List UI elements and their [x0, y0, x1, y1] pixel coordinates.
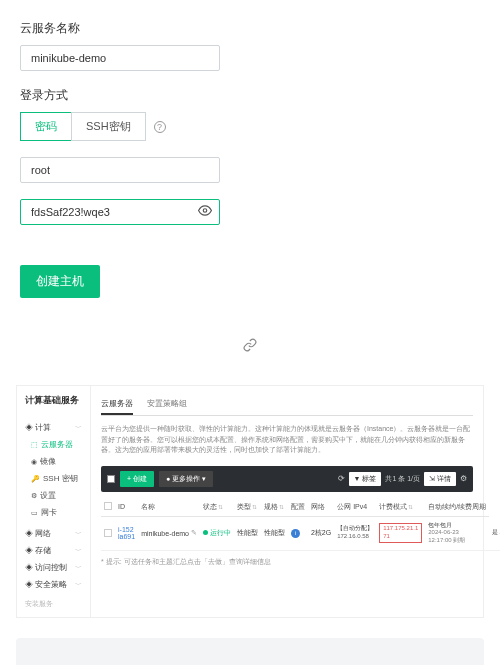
edit-icon[interactable]: ✎	[191, 529, 197, 537]
status-dot-icon	[203, 530, 208, 535]
eye-icon[interactable]	[198, 204, 212, 221]
sidebar-group-access[interactable]: ◈ 访问控制﹀	[17, 559, 90, 576]
sort-icon: ⇅	[279, 504, 284, 510]
sidebar-item-nic[interactable]: ▭网卡	[17, 504, 90, 521]
chevron-down-icon: ﹀	[75, 423, 82, 433]
key-icon: 🔑	[31, 475, 40, 483]
type-text: 性能型	[237, 529, 258, 536]
sidebar-item-settings[interactable]: ⚙设置	[17, 487, 90, 504]
public-ip-box[interactable]: 117.175.21.1 71	[379, 523, 422, 543]
table-header-row: ID 名称 状态⇅ 类型⇅ 规格⇅ 配置 网络 公网 IPv4 计费模式⇅ 自动…	[101, 498, 500, 517]
sidebar-group-compute[interactable]: ◈ 计算﹀	[17, 419, 90, 436]
help-icon[interactable]: ?	[154, 121, 166, 133]
password-input[interactable]	[20, 199, 220, 225]
sort-icon: ⇅	[218, 504, 223, 510]
gear-icon: ⚙	[31, 492, 37, 500]
network-name[interactable]: 【自动分配】	[337, 525, 373, 531]
sort-icon: ⇅	[408, 504, 413, 510]
service-name-input[interactable]	[20, 45, 220, 71]
sidebar-group-security[interactable]: ◈ 安全策略﹀	[17, 576, 90, 593]
settings-icon[interactable]: ⚙	[460, 474, 467, 483]
refresh-icon[interactable]: ⟳	[338, 474, 345, 483]
tab-placement-group[interactable]: 安置策略组	[147, 394, 187, 415]
header-checkbox[interactable]	[104, 502, 112, 510]
sidebar-group-network[interactable]: ◈ 网络﹀	[17, 525, 90, 542]
tab-password[interactable]: 密码	[20, 112, 72, 141]
info-icon[interactable]: i	[291, 529, 300, 538]
username-input[interactable]	[20, 157, 220, 183]
create-host-button[interactable]: 创建主机	[20, 265, 100, 298]
description-text: 云平台为您提供一种随时获取、弹性的计算能力。这种计算能力的体现就是云服务器（In…	[101, 424, 473, 456]
instance-id-link[interactable]: i-152 la691	[118, 526, 135, 540]
col-public-ip[interactable]: 公网 IPv4	[334, 498, 376, 517]
col-billing[interactable]: 计费模式⇅	[376, 498, 425, 517]
status-text: 运行中	[210, 529, 231, 536]
region-text: 2核2G	[311, 529, 331, 536]
sidebar-item-cloud-server[interactable]: ⬚云服务器	[17, 436, 90, 453]
sort-icon: ⇅	[252, 504, 257, 510]
billing-mode: 包年包月	[428, 522, 486, 530]
chevron-down-icon: ﹀	[75, 563, 82, 573]
private-ip: 172.16.0.58	[337, 533, 373, 541]
tab-cloud-server[interactable]: 云服务器	[101, 394, 133, 415]
billing-expiry: 2024-06-23 12:17:00 到期	[428, 529, 486, 545]
create-button[interactable]: + 创建	[120, 471, 154, 487]
sidebar-group-storage[interactable]: ◈ 存储﹀	[17, 542, 90, 559]
col-id[interactable]: ID	[115, 498, 138, 517]
table-row[interactable]: i-152 la691 minikube-demo ✎ 运行中 性能型 性能型 …	[101, 516, 500, 550]
col-spec[interactable]: 规格⇅	[261, 498, 288, 517]
svg-point-0	[203, 209, 207, 213]
col-name[interactable]: 名称	[138, 498, 200, 517]
col-renew[interactable]: 自动续约/续费周期	[425, 498, 489, 517]
spec-text: 性能型	[264, 529, 285, 536]
col-config[interactable]: 配置	[288, 498, 308, 517]
instance-name: minikube-demo ✎	[141, 529, 197, 537]
table-footnote: * 提示: 可选任务和主题汇总点击「去做」查询详细信息	[101, 557, 473, 567]
sidebar-item-image[interactable]: ◉镜像	[17, 453, 90, 470]
name-label: 云服务名称	[20, 20, 480, 37]
chevron-down-icon: ﹀	[75, 546, 82, 556]
image-icon: ◉	[31, 458, 37, 466]
more-actions-button[interactable]: ● 更多操作 ▾	[159, 471, 213, 487]
col-type[interactable]: 类型⇅	[234, 498, 261, 517]
server-icon: ⬚	[31, 441, 38, 449]
sidebar-title: 计算基础服务	[17, 394, 90, 415]
login-method-label: 登录方式	[20, 87, 480, 104]
tag-filter[interactable]: ▼ 标签	[349, 472, 382, 486]
renew-action[interactable]: 是 / 1个月	[492, 529, 500, 535]
content-placeholder	[16, 638, 484, 665]
col-network[interactable]: 网络	[308, 498, 334, 517]
pagination-text: 共1 条 1/页	[385, 474, 420, 484]
tab-ssh[interactable]: SSH密钥	[71, 112, 146, 141]
sidebar-item-ssh[interactable]: 🔑SSH 密钥	[17, 470, 90, 487]
select-all-checkbox[interactable]	[107, 475, 115, 483]
sidebar-footer: 安装服务	[17, 593, 90, 609]
link-icon	[243, 339, 257, 355]
chevron-down-icon: ﹀	[75, 529, 82, 539]
chevron-down-icon: ﹀	[75, 580, 82, 590]
col-status[interactable]: 状态⇅	[200, 498, 234, 517]
row-checkbox[interactable]	[104, 529, 112, 537]
detail-button[interactable]: ⇲ 详情	[424, 472, 456, 486]
nic-icon: ▭	[31, 509, 38, 517]
